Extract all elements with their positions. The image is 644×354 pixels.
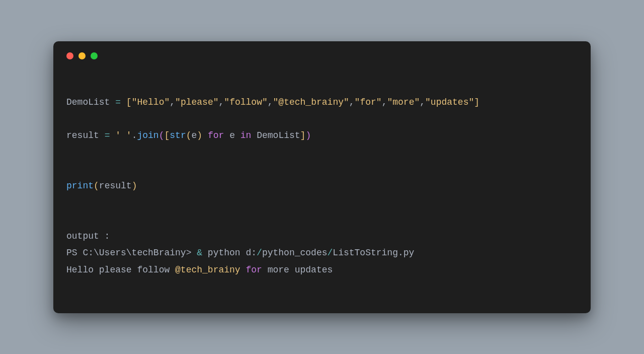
code-line-1: DemoList = ["Hello","please","follow","@…	[66, 97, 479, 107]
code-line-2: result = ' '.join([str(e) for e in DemoL…	[66, 130, 311, 140]
window-controls	[66, 52, 578, 59]
blank-line	[66, 145, 578, 161]
code-line-3: print(result)	[66, 181, 137, 191]
minimize-icon[interactable]	[78, 52, 86, 59]
code-window: DemoList = ["Hello","please","follow","@…	[53, 41, 591, 313]
blank-line	[66, 111, 578, 127]
output-line-2: Hello please follow @tech_brainy for mor…	[66, 265, 333, 275]
maximize-icon[interactable]	[91, 52, 98, 59]
close-icon[interactable]	[66, 52, 73, 59]
output-label: output :	[66, 231, 110, 241]
code-block: DemoList = ["Hello","please","follow","@…	[66, 78, 578, 296]
blank-line	[66, 195, 578, 211]
output-line-1: PS C:\Users\techBrainy> & python d:/pyth…	[66, 248, 414, 258]
